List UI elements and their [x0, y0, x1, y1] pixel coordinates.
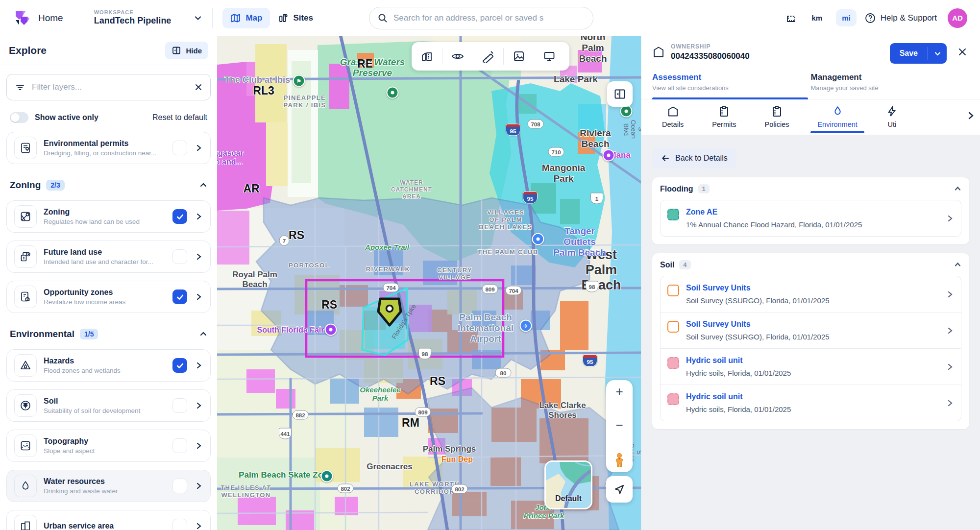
chevron-right-icon[interactable]: [195, 253, 203, 261]
layer-card-future-land-use[interactable]: Future land use Intended land use and ch…: [6, 241, 211, 273]
nav-policies[interactable]: Policies: [764, 105, 789, 133]
chevron-right-icon[interactable]: [195, 293, 203, 301]
layer-card-opportunity-zones[interactable]: Opportunity zones Revitalize low income …: [6, 281, 211, 313]
chevron-right-icon[interactable]: [195, 144, 203, 152]
layer-card-water-resources[interactable]: Water resources Drinking and waste water: [6, 470, 211, 502]
show-active-toggle[interactable]: [10, 112, 28, 123]
layer-card-soil[interactable]: Soil Suitability of soil for development: [6, 389, 211, 422]
nav-utilities[interactable]: Uti: [886, 105, 898, 133]
section-zoning[interactable]: Zoning 2/3: [10, 178, 207, 193]
layer-card-environmental-permits[interactable]: Environmental permits Dredging, filling,…: [6, 132, 211, 164]
tab-sites-label: Sites: [293, 13, 313, 23]
layer-card-text: Urban service area: [44, 522, 166, 530]
layer-checkbox[interactable]: [172, 519, 187, 530]
imagery-tool-button[interactable]: [504, 42, 534, 71]
layer-checkbox[interactable]: [172, 249, 187, 264]
close-icon[interactable]: [957, 47, 967, 57]
filter-layers-input[interactable]: [6, 74, 211, 100]
reset-to-default-link[interactable]: Reset to default: [152, 113, 207, 122]
search-input[interactable]: [393, 13, 585, 23]
nav-permits[interactable]: Permits: [712, 105, 736, 133]
chevron-right-icon[interactable]: [195, 522, 203, 530]
layer-checkbox-checked[interactable]: [172, 209, 187, 224]
chevron-right-icon[interactable]: [195, 213, 203, 220]
nav-scroll-right-icon[interactable]: [966, 111, 975, 120]
save-button[interactable]: Save: [890, 43, 928, 64]
help-label: Help & Support: [881, 13, 937, 23]
layer-card-zoning[interactable]: Zoning Regulates how land can be used: [6, 200, 211, 233]
home-link[interactable]: Home: [38, 13, 63, 24]
layer-card-urban-service-area[interactable]: Urban service area: [6, 510, 211, 530]
zoom-out-button[interactable]: −: [606, 419, 633, 432]
nav-environment[interactable]: Environment: [817, 105, 857, 133]
avatar[interactable]: AD: [948, 8, 967, 28]
item-subtitle: Soil Survey (SSURGO), Florida, 01/01/202…: [686, 333, 939, 341]
layer-card-topography[interactable]: Topography Slope and aspect: [6, 430, 211, 462]
chevron-up-icon[interactable]: [199, 181, 207, 189]
tab-management[interactable]: Management Manage your saved site: [811, 70, 970, 99]
landtech-logo-icon[interactable]: [13, 8, 32, 28]
screen-tool-button[interactable]: [534, 42, 564, 71]
chevron-right-icon[interactable]: [195, 402, 203, 410]
section-name: Environmental: [10, 329, 74, 339]
chevron-up-icon[interactable]: [954, 261, 961, 268]
layer-checkbox[interactable]: [172, 141, 187, 155]
chevron-up-icon[interactable]: [954, 185, 961, 193]
tab-sites[interactable]: Sites: [270, 8, 321, 28]
zoning-icon: [14, 205, 37, 228]
item-text: Hydric soil unit Hydric soils, Florida, …: [686, 392, 939, 413]
unit-mi-button[interactable]: mi: [836, 9, 857, 26]
soil-header[interactable]: Soil 4: [660, 260, 961, 269]
unit-km-button[interactable]: km: [806, 9, 829, 26]
active-only-row: Show active only Reset to default: [10, 111, 207, 124]
tab-map[interactable]: Map: [222, 8, 270, 28]
assessment-category-nav: Details Permits Policies Environment Uti: [641, 99, 980, 135]
search-bar[interactable]: [369, 7, 593, 29]
zoom-in-button[interactable]: +: [606, 385, 633, 398]
map-canvas[interactable]: North Palm BeachLake ParkRiviera BeachMa…: [217, 36, 641, 530]
layer-title: Environmental permits: [44, 139, 166, 148]
list-item-soil-survey-2[interactable]: Soil Survey Units Soil Survey (SSURGO), …: [661, 312, 961, 348]
flooding-header[interactable]: Flooding 1: [660, 184, 961, 193]
layer-checkbox[interactable]: [172, 438, 187, 453]
hide-sidebar-button[interactable]: Hide: [165, 42, 208, 59]
basemap-switcher[interactable]: Default: [544, 460, 592, 509]
chevron-right-icon[interactable]: [195, 482, 203, 490]
chevron-right-icon[interactable]: [195, 442, 203, 450]
map-layers: [217, 36, 641, 530]
nav-details[interactable]: Details: [662, 105, 684, 133]
buildings-tool-button[interactable]: [412, 42, 442, 71]
tab-assessment[interactable]: Assessment View all site considerations: [652, 70, 811, 99]
measure-units-icon[interactable]: [785, 12, 798, 24]
workspace-switcher[interactable]: WORKSPACE LandTech Pipeline: [94, 9, 172, 26]
filter-input[interactable]: [32, 82, 188, 92]
workspace-label: WORKSPACE: [94, 9, 172, 16]
clear-filter-icon[interactable]: [195, 83, 202, 91]
layer-checkbox-checked[interactable]: [172, 358, 187, 373]
list-item-hydric-soil-1[interactable]: Hydric soil unit Hydric soils, Florida, …: [661, 348, 961, 385]
layer-subtitle: Flood zones and wetlands: [44, 367, 166, 374]
layer-card-hazards[interactable]: Hazards Flood zones and wetlands: [6, 349, 211, 382]
chevron-down-icon[interactable]: [194, 14, 202, 23]
layer-checkbox[interactable]: [172, 398, 187, 413]
save-menu-button[interactable]: [928, 43, 947, 64]
pegman-icon[interactable]: [613, 453, 626, 467]
section-environmental[interactable]: Environmental 1/5: [10, 327, 207, 341]
chevron-right-icon[interactable]: [195, 361, 203, 369]
locate-button[interactable]: [606, 476, 633, 503]
back-to-details-button[interactable]: Back to Details: [652, 148, 736, 169]
layer-checkbox-checked[interactable]: [172, 289, 187, 304]
section-count-badge: 4: [679, 260, 690, 269]
list-item-hydric-soil-2[interactable]: Hydric soil unit Hydric soils, Florida, …: [661, 385, 961, 421]
list-item-soil-survey-1[interactable]: Soil Survey Units Soil Survey (SSURGO), …: [661, 276, 961, 312]
layer-checkbox[interactable]: [172, 479, 187, 493]
tab-map-label: Map: [245, 13, 262, 23]
flood-zone-swatch: [667, 209, 679, 220]
visibility-tool-button[interactable]: [442, 42, 473, 71]
layer-card-text: Hazards Flood zones and wetlands: [44, 357, 166, 374]
collapse-panel-button[interactable]: [607, 81, 633, 107]
help-support[interactable]: Help & Support: [864, 12, 937, 24]
measure-tool-button[interactable]: [473, 42, 503, 71]
list-item-zone-ae[interactable]: Zone AE 1% Annual Chance Flood Hazard, F…: [661, 200, 961, 236]
chevron-up-icon[interactable]: [199, 330, 207, 338]
